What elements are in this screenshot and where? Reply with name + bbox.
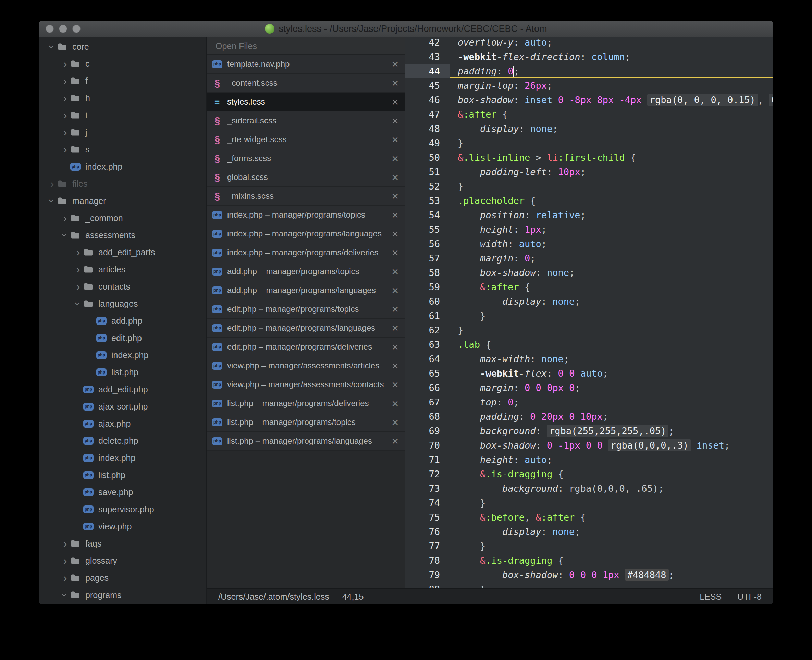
close-file-icon[interactable]: × [387, 152, 398, 164]
close-file-icon[interactable]: × [387, 77, 398, 89]
code-line-58[interactable]: box-shadow: none; [449, 266, 773, 280]
tree-file-index.php[interactable]: phpindex.php [39, 346, 206, 363]
close-file-icon[interactable]: × [387, 266, 398, 277]
status-grammar[interactable]: LESS [699, 592, 722, 602]
tree-folder-s[interactable]: ›s [39, 141, 206, 158]
status-cursor-position[interactable]: 44,15 [342, 592, 364, 602]
chevron-collapsed-icon[interactable]: › [60, 538, 70, 549]
tree-folder-faqs[interactable]: ›faqs [39, 535, 206, 552]
tree-file-list.php[interactable]: phplist.php [39, 466, 206, 484]
minimize-window-button[interactable] [59, 25, 67, 33]
code-line-46[interactable]: box-shadow: inset 0 -8px 8px -4px rgba(0… [449, 93, 773, 107]
close-file-icon[interactable]: × [387, 379, 398, 390]
open-file-view.php[interactable]: phpview.php – manager/assessments/articl… [206, 356, 404, 375]
code-line-74[interactable]: } [449, 496, 773, 510]
tree-folder-_common[interactable]: ›_common [39, 209, 206, 227]
tree-folder-glossary[interactable]: ›glossary [39, 552, 206, 569]
code-line-76[interactable]: display: none; [449, 525, 773, 539]
tree-file-delete.php[interactable]: phpdelete.php [39, 432, 206, 449]
close-file-icon[interactable]: × [387, 435, 398, 447]
tree-view[interactable]: ›core›c›f›h›i›j›sphpindex.php›files›mana… [39, 37, 206, 604]
close-file-icon[interactable]: × [387, 190, 398, 202]
close-file-icon[interactable]: × [387, 360, 398, 371]
code-line-48[interactable]: display: none; [449, 122, 773, 136]
open-file-add.php[interactable]: phpadd.php – manager/programs/languages× [206, 281, 404, 300]
title-bar[interactable]: styles.less - /Users/Jase/Projects/Homew… [39, 21, 773, 37]
open-file-template.nav.php[interactable]: phptemplate.nav.php× [206, 55, 404, 74]
code-line-63[interactable]: .tab { [449, 338, 773, 352]
tree-folder-articles[interactable]: ›articles [39, 261, 206, 278]
tree-folder-core[interactable]: ›core [39, 38, 206, 55]
code-line-50[interactable]: &.list-inline > li:first-child { [449, 151, 773, 165]
close-file-icon[interactable]: × [387, 134, 398, 145]
close-file-icon[interactable]: × [387, 303, 398, 315]
open-file-edit.php[interactable]: phpedit.php – manager/programs/languages… [206, 319, 404, 338]
open-file-_rte-widget.scss[interactable]: §_rte-widget.scss× [206, 130, 404, 149]
code-line-70[interactable]: box-shadow: 0 -1px 0 0 rgba(0,0,0,.3) in… [449, 438, 773, 453]
open-file-view.php[interactable]: phpview.php – manager/assessments/contac… [206, 375, 404, 394]
code-line-67[interactable]: top: 0; [449, 395, 773, 409]
open-files-panel[interactable]: Open Files phptemplate.nav.php×§_content… [206, 37, 405, 589]
status-encoding[interactable]: UTF-8 [737, 592, 762, 602]
code-line-44[interactable]: padding: 0; [449, 64, 773, 78]
chevron-collapsed-icon[interactable]: › [60, 573, 70, 583]
tree-folder-pages[interactable]: ›pages [39, 569, 206, 586]
chevron-collapsed-icon[interactable]: › [60, 93, 70, 103]
code-line-66[interactable]: margin: 0 0 0px 0; [449, 381, 773, 395]
code-line-54[interactable]: position: relative; [449, 208, 773, 222]
tree-file-index.php[interactable]: phpindex.php [39, 449, 206, 466]
close-file-icon[interactable]: × [387, 209, 398, 221]
tree-folder-contacts[interactable]: ›contacts [39, 278, 206, 295]
chevron-expanded-icon[interactable]: › [60, 230, 70, 240]
tree-file-index.php[interactable]: phpindex.php [39, 158, 206, 175]
tree-file-ajax.php[interactable]: phpajax.php [39, 415, 206, 432]
tree-folder-assessments[interactable]: ›assessments [39, 227, 206, 244]
code-line-79[interactable]: box-shadow: 0 0 0 1px #484848; [449, 568, 773, 582]
open-file-edit.php[interactable]: phpedit.php – manager/programs/topics× [206, 300, 404, 319]
chevron-collapsed-icon[interactable]: › [60, 127, 70, 137]
close-file-icon[interactable]: × [387, 416, 398, 428]
chevron-collapsed-icon[interactable]: › [47, 179, 57, 189]
open-file-global.scss[interactable]: §global.scss× [206, 168, 404, 187]
close-file-icon[interactable]: × [387, 115, 398, 127]
code-line-60[interactable]: display: none; [449, 294, 773, 309]
chevron-expanded-icon[interactable]: › [47, 41, 57, 52]
close-file-icon[interactable]: × [387, 247, 398, 259]
editor-pane[interactable]: 4243444546474849505152535455565758596061… [405, 37, 773, 589]
chevron-collapsed-icon[interactable]: › [60, 76, 70, 86]
chevron-collapsed-icon[interactable]: › [60, 144, 70, 155]
tree-file-view.php[interactable]: phpview.php [39, 518, 206, 535]
chevron-collapsed-icon[interactable]: › [60, 555, 70, 566]
chevron-expanded-icon[interactable]: › [73, 298, 83, 309]
tree-folder-c[interactable]: ›c [39, 55, 206, 72]
open-file-index.php[interactable]: phpindex.php – manager/programs/language… [206, 224, 404, 243]
code-line-65[interactable]: -webkit-flex: 0 0 auto; [449, 366, 773, 381]
open-file-_siderail.scss[interactable]: §_siderail.scss× [206, 111, 404, 130]
close-window-button[interactable] [46, 25, 54, 33]
open-file-styles.less[interactable]: ≡styles.less× [206, 92, 404, 111]
code-line-62[interactable]: } [449, 323, 773, 338]
code-line-77[interactable]: } [449, 539, 773, 554]
tree-file-edit.php[interactable]: phpedit.php [39, 329, 206, 346]
chevron-collapsed-icon[interactable]: › [60, 110, 70, 120]
open-file-index.php[interactable]: phpindex.php – manager/programs/topics× [206, 206, 404, 224]
tree-file-list.php[interactable]: phplist.php [39, 363, 206, 381]
tree-file-supervisor.php[interactable]: phpsupervisor.php [39, 501, 206, 518]
code-line-73[interactable]: background: rgba(0,0,0, .65); [449, 481, 773, 496]
zoom-window-button[interactable] [72, 25, 81, 33]
tree-folder-files[interactable]: ›files [39, 175, 206, 192]
open-file-_mixins.scss[interactable]: §_mixins.scss× [206, 187, 404, 206]
code-line-57[interactable]: margin: 0; [449, 251, 773, 266]
tree-folder-i[interactable]: ›i [39, 106, 206, 124]
code-line-68[interactable]: padding: 0 20px 0 10px; [449, 409, 773, 424]
tree-folder-manager[interactable]: ›manager [39, 192, 206, 209]
code-line-53[interactable]: .placeholder { [449, 194, 773, 208]
code-line-64[interactable]: max-width: none; [449, 352, 773, 366]
code-line-55[interactable]: height: 1px; [449, 222, 773, 237]
chevron-expanded-icon[interactable]: › [47, 196, 57, 206]
open-file-list.php[interactable]: phplist.php – manager/programs/topics× [206, 413, 404, 432]
chevron-collapsed-icon[interactable]: › [60, 213, 70, 223]
chevron-expanded-icon[interactable]: › [60, 590, 70, 600]
close-file-icon[interactable]: × [387, 228, 398, 240]
open-file-_forms.scss[interactable]: §_forms.scss× [206, 149, 404, 168]
